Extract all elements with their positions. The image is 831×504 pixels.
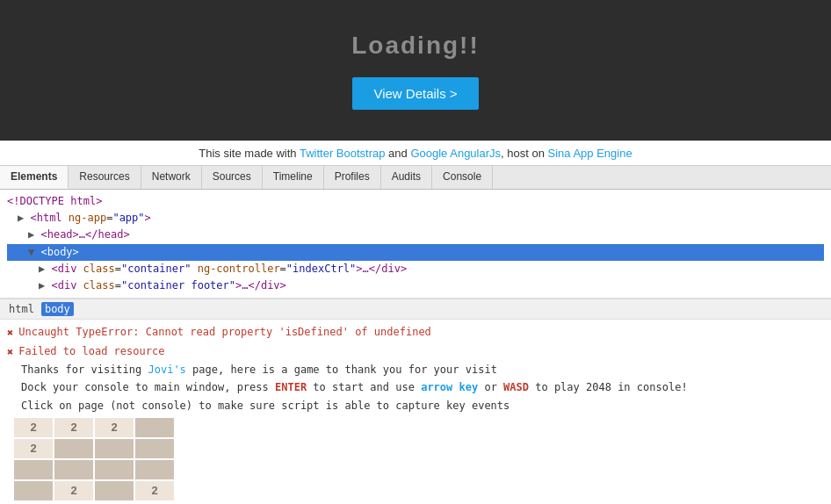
console-line-2: Dock your console to main window, press … xyxy=(7,378,824,396)
tab-audits[interactable]: Audits xyxy=(381,166,432,189)
game-cell-1-3 xyxy=(135,439,174,458)
twitter-bootstrap-link[interactable]: Twitter Bootstrap xyxy=(300,147,386,160)
game-cell-2-0 xyxy=(14,460,53,479)
game-row-3 xyxy=(14,460,174,479)
tab-console[interactable]: Console xyxy=(432,166,493,189)
tab-sources[interactable]: Sources xyxy=(202,166,263,189)
console-error-1: ✖ Uncaught TypeError: Cannot read proper… xyxy=(7,323,824,342)
footer-bar: This site made with Twitter Bootstrap an… xyxy=(0,140,831,165)
console-area: ✖ Uncaught TypeError: Cannot read proper… xyxy=(0,320,831,504)
game-cell-0-1: 2 xyxy=(54,418,93,437)
game-cell-1-2 xyxy=(95,439,134,458)
game-row-1: 2 2 2 xyxy=(14,418,174,437)
arrow-key-highlight: arrow key xyxy=(421,381,478,393)
error-icon-1: ✖ xyxy=(7,324,13,342)
game-cell-2-3 xyxy=(135,460,174,479)
sina-link[interactable]: Sina App Engine xyxy=(548,147,632,160)
footer-text-pre: This site made with xyxy=(199,147,300,160)
devtools-tab-bar: Elements Resources Network Sources Timel… xyxy=(0,166,831,190)
error-text-1: Uncaught TypeError: Cannot read property… xyxy=(18,323,431,341)
game-grid: 2 2 2 2 2 2 xyxy=(14,418,174,500)
game-cell-1-1 xyxy=(54,439,93,458)
error-text-2: Failed to load resource xyxy=(18,342,164,360)
enter-highlight: ENTER xyxy=(275,381,307,393)
tab-network[interactable]: Network xyxy=(141,166,202,189)
breadcrumb-html[interactable]: html xyxy=(5,302,38,316)
console-error-2: ✖ Failed to load resource xyxy=(7,342,824,361)
angular-link[interactable]: Google AngularJs xyxy=(410,147,501,160)
game-cell-3-0 xyxy=(14,481,53,500)
game-row-4: 2 2 xyxy=(14,481,174,500)
element-head[interactable]: ▶ <head>…</head> xyxy=(7,227,824,243)
breadcrumb-body[interactable]: body xyxy=(41,302,74,316)
tab-timeline[interactable]: Timeline xyxy=(263,166,324,189)
expand-head-icon[interactable]: ▶ xyxy=(28,228,34,241)
expand-div2-icon[interactable]: ▶ xyxy=(39,279,45,292)
game-cell-3-1: 2 xyxy=(54,481,93,500)
tab-profiles[interactable]: Profiles xyxy=(324,166,381,189)
expand-html-icon[interactable]: ▶ xyxy=(18,212,24,224)
breadcrumb-bar: html body xyxy=(0,299,831,320)
devtools-panel: Elements Resources Network Sources Timel… xyxy=(0,165,831,504)
game-cell-0-3 xyxy=(135,418,174,437)
game-cell-2-1 xyxy=(54,460,93,479)
loading-title: Loading!! xyxy=(351,32,480,60)
expand-div1-icon[interactable]: ▶ xyxy=(39,263,45,275)
element-div-container[interactable]: ▶ <div class="container" ng-controller="… xyxy=(7,261,824,277)
game-cell-0-0: 2 xyxy=(14,418,53,437)
element-body[interactable]: ▼ <body> xyxy=(7,244,824,261)
expand-body-icon[interactable]: ▼ xyxy=(28,246,34,258)
element-div-footer[interactable]: ▶ <div class="container footer">…</div> xyxy=(7,277,824,294)
game-cell-3-2 xyxy=(95,481,134,500)
console-line-1: Thanks for visiting Jovi's page, here is… xyxy=(7,361,824,378)
tab-elements[interactable]: Elements xyxy=(0,166,69,189)
footer-text-mid2: , host on xyxy=(501,147,547,160)
elements-panel: <!DOCTYPE html> ▶ <html ng-app="app"> ▶ … xyxy=(0,190,831,299)
game-row-2: 2 xyxy=(14,439,174,458)
game-cell-1-0: 2 xyxy=(14,439,53,458)
top-area: Loading!! View Details > xyxy=(0,0,831,140)
jovi-link[interactable]: Jovi's xyxy=(148,364,186,376)
footer-text-mid1: and xyxy=(386,147,411,160)
game-cell-2-2 xyxy=(95,460,134,479)
console-line-3: Click on page (not console) to make sure… xyxy=(7,397,824,414)
game-cell-3-3: 2 xyxy=(135,481,174,500)
error-icon-2: ✖ xyxy=(7,343,13,361)
view-details-button[interactable]: View Details > xyxy=(352,77,478,110)
element-html[interactable]: ▶ <html ng-app="app"> xyxy=(7,210,824,227)
game-cell-0-2: 2 xyxy=(95,418,134,437)
element-doctype[interactable]: <!DOCTYPE html> xyxy=(7,193,824,210)
tab-resources[interactable]: Resources xyxy=(69,166,141,189)
wasd-highlight: WASD xyxy=(503,381,529,393)
